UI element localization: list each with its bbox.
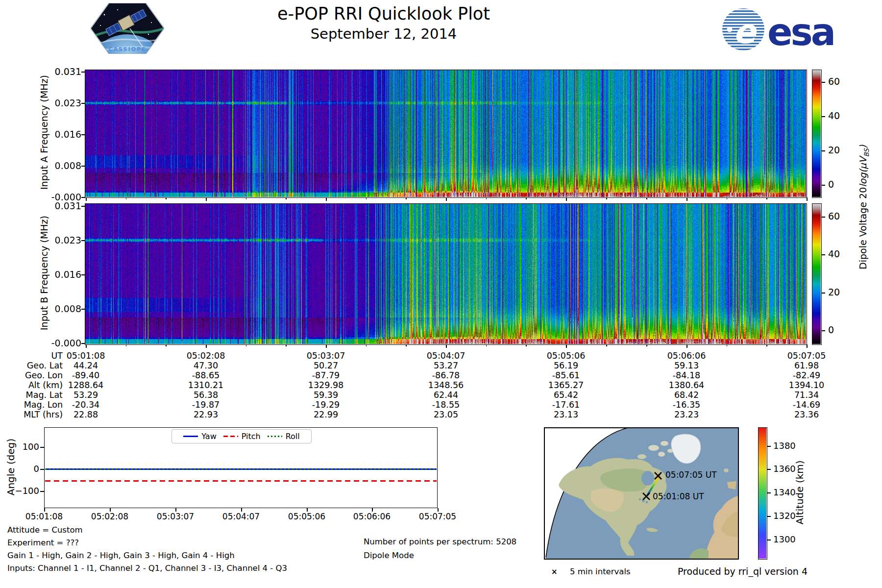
angle-xtick-label: 05:07:05 bbox=[408, 512, 467, 521]
colorbar-b-tick-label: 40 bbox=[828, 248, 840, 259]
colorbar-b-tick-mark bbox=[822, 217, 825, 218]
esa-wordmark: esa bbox=[767, 10, 834, 52]
spec-b-xtick-major bbox=[86, 344, 87, 348]
ground-track-map: 05:01:08 UT 05:07:05 UT bbox=[544, 427, 739, 560]
ephemeris-cell: 22.93 bbox=[152, 410, 260, 419]
spec-a-xtick-minor bbox=[366, 197, 367, 199]
patch-cassiope-label: CASSIOPE bbox=[109, 46, 147, 52]
spec-b-xtick-minor bbox=[486, 344, 487, 346]
ephemeris-cell: -18.55 bbox=[392, 400, 500, 410]
spec-a-xtick-minor bbox=[606, 197, 607, 199]
angle-ytick-mark bbox=[40, 469, 44, 470]
altitude-colorbar-frame bbox=[758, 427, 767, 560]
altitude-tick-label: 1380 bbox=[773, 441, 796, 451]
altitude-tick-label: 1320 bbox=[773, 511, 796, 521]
gains-text: Gain 1 - High, Gain 2 - High, Gain 3 - H… bbox=[7, 551, 235, 560]
ephemeris-cell: 23.23 bbox=[633, 410, 740, 419]
spec-a-ytick-label: 0.008 bbox=[34, 160, 81, 171]
ephemeris-cell: 22.88 bbox=[32, 410, 140, 419]
colorbar-b-canvas bbox=[812, 204, 821, 344]
spec-a-xtick-major bbox=[807, 197, 808, 201]
angle-xtick-mark bbox=[307, 508, 308, 512]
ephemeris-cell: 1394.10 bbox=[753, 380, 860, 390]
colorbar-b-tick-label: 0 bbox=[828, 324, 834, 335]
spec-a-xtick-minor bbox=[126, 197, 127, 199]
spec-b-xtick-minor bbox=[406, 344, 407, 346]
dipole-label-sub: BS bbox=[863, 148, 870, 157]
spec-b-xtick-minor bbox=[126, 344, 127, 346]
spec-b-xtick-minor bbox=[727, 344, 728, 346]
angle-ytick-label: 100 bbox=[13, 441, 39, 452]
spec-b-xtick-major bbox=[566, 344, 567, 348]
ephemeris-cell: -20.34 bbox=[32, 400, 140, 410]
angle-xtick-mark bbox=[110, 508, 111, 512]
colorbar-b-tick-mark bbox=[822, 254, 825, 255]
map-arctic-islands bbox=[648, 445, 659, 451]
ephemeris-cell: -19.29 bbox=[272, 400, 380, 410]
spec-b-ytick-label: 0.016 bbox=[34, 269, 81, 280]
spectrogram-a-frame bbox=[85, 70, 807, 198]
spec-b-ytick-mark bbox=[81, 309, 85, 310]
angle-xtick-label: 05:04:07 bbox=[212, 512, 270, 521]
spec-a-ytick-mark bbox=[81, 134, 85, 135]
ephemeris-cell: 1380.64 bbox=[633, 380, 740, 390]
colorbar-a-tick-mark bbox=[822, 82, 825, 83]
angle-xtick-mark bbox=[44, 508, 45, 512]
spec-b-ytick-label: -0.000 bbox=[34, 338, 81, 348]
spec-a-ytick-mark bbox=[81, 166, 85, 167]
ephemeris-cell: -87.79 bbox=[272, 370, 380, 380]
ephemeris-cell: -14.69 bbox=[753, 400, 860, 410]
colorbar-a-tick-label: 60 bbox=[828, 76, 840, 87]
spectrogram-b-frame bbox=[85, 203, 807, 345]
spec-b-xtick-minor bbox=[766, 344, 767, 346]
spec-a-xtick-minor bbox=[166, 197, 167, 199]
spec-a-ytick-mark bbox=[81, 103, 85, 104]
colorbar-a-tick-label: 40 bbox=[828, 110, 840, 121]
altitude-colorbar-canvas bbox=[759, 428, 766, 559]
altitude-tick-label: 1300 bbox=[773, 534, 796, 544]
spec-a-ytick-label: 0.016 bbox=[34, 129, 81, 140]
dipole-voltage-colorbar-label: Dipole Voltage 20log(μVBS) bbox=[858, 70, 870, 344]
dipole-label-prefix: Dipole Voltage 20 bbox=[858, 187, 868, 270]
ephemeris-cell: -17.61 bbox=[512, 400, 620, 410]
spec-a-xtick-minor bbox=[286, 197, 287, 199]
experiment-text: Experiment = ??? bbox=[7, 538, 79, 547]
angle-xtick-mark bbox=[175, 508, 176, 512]
colorbar-a-tick-mark bbox=[822, 116, 825, 117]
spec-b-xtick-minor bbox=[526, 344, 527, 346]
legend-item-yaw: Yaw bbox=[183, 432, 216, 441]
spec-a-ytick-label: 0.023 bbox=[34, 98, 81, 108]
ephemeris-cell: -16.35 bbox=[633, 400, 740, 410]
altitude-tick-mark bbox=[767, 516, 771, 517]
angle-legend: Yaw Pitch Roll bbox=[172, 429, 312, 443]
spec-b-ytick-label: 0.008 bbox=[34, 303, 81, 314]
spec-a-ytick-mark bbox=[81, 72, 85, 73]
colorbar-b-tick-label: 20 bbox=[828, 287, 840, 297]
spec-a-xtick-major bbox=[206, 197, 207, 201]
spec-a-xtick-major bbox=[326, 197, 327, 201]
ephemeris-cell: -88.65 bbox=[152, 370, 260, 380]
map-hudson-bay bbox=[641, 471, 654, 486]
ephemeris-cell: 22.99 bbox=[272, 410, 380, 419]
esa-e-glyph: e bbox=[733, 12, 758, 51]
yaw-label: Yaw bbox=[201, 432, 216, 441]
angle-xtick-label: 05:03:07 bbox=[146, 512, 205, 521]
spec-b-xtick-major bbox=[206, 344, 207, 348]
colorbar-b-frame bbox=[812, 203, 822, 345]
spec-a-ytick-label: 0.031 bbox=[34, 66, 81, 77]
attitude-text: Attitude = Custom bbox=[7, 525, 83, 535]
spec-a-xtick-minor bbox=[727, 197, 728, 199]
ephemeris-cell: 44.24 bbox=[32, 361, 140, 370]
produced-by-text: Produced by rri_ql version 4 bbox=[678, 566, 808, 577]
ephemeris-cell: 61.98 bbox=[753, 361, 860, 370]
spec-b-xtick-major bbox=[807, 344, 808, 348]
angle-ytick-label: −100 bbox=[13, 486, 39, 496]
dipole-mode-text: Dipole Mode bbox=[364, 551, 414, 560]
spec-b-ytick-mark bbox=[81, 206, 85, 207]
roll-line-sample bbox=[268, 436, 282, 437]
spec-a-xtick-minor bbox=[646, 197, 647, 199]
interval-legend-text: 5 min intervals bbox=[570, 567, 631, 576]
ephemeris-cell: -19.87 bbox=[152, 400, 260, 410]
altitude-tick-mark bbox=[767, 446, 771, 447]
angle-xtick-label: 05:01:08 bbox=[15, 512, 74, 521]
